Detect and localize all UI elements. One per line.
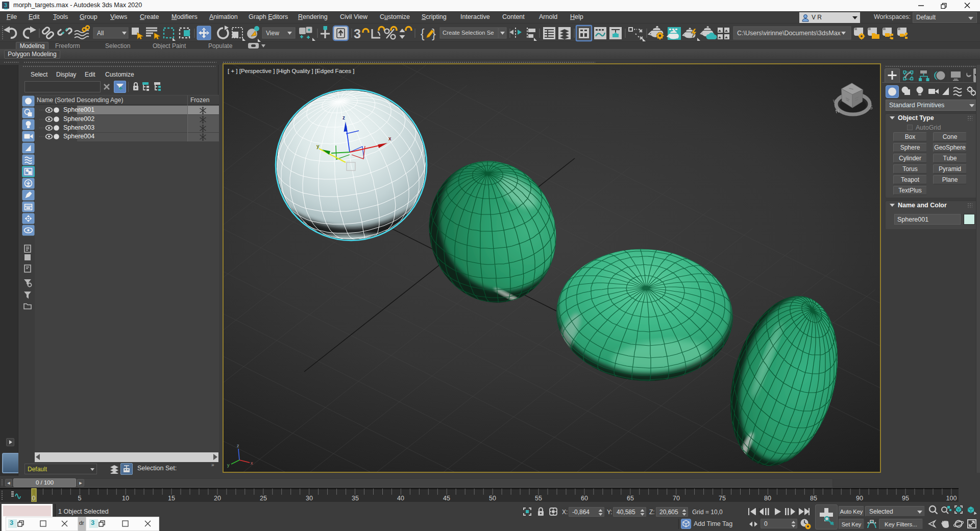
svg-text:85: 85: [810, 495, 817, 502]
svg-text:3: 3: [4, 2, 7, 8]
svg-text:20: 20: [214, 495, 221, 502]
svg-text:Create Selection Se: Create Selection Se: [443, 30, 494, 36]
svg-text:{: {: [421, 27, 425, 40]
svg-text:35: 35: [352, 495, 359, 502]
svg-text:30: 30: [306, 495, 313, 502]
svg-text:90: 90: [856, 495, 863, 502]
svg-text:80: 80: [764, 495, 771, 502]
svg-text:65: 65: [627, 495, 634, 502]
svg-text:View: View: [266, 30, 279, 37]
svg-text:70: 70: [673, 495, 680, 502]
svg-text:15: 15: [168, 495, 175, 502]
svg-text:y: y: [316, 143, 320, 149]
svg-text:100: 100: [946, 495, 957, 502]
svg-text:All: All: [97, 30, 104, 37]
svg-text:y: y: [227, 463, 230, 468]
svg-text:3: 3: [354, 27, 361, 41]
svg-text:5: 5: [78, 495, 82, 502]
svg-text:40: 40: [397, 495, 404, 502]
svg-text:x: x: [251, 461, 253, 466]
svg-text:z: z: [237, 443, 239, 448]
svg-text:95: 95: [902, 495, 909, 502]
svg-text:W: W: [833, 99, 838, 104]
svg-text:55: 55: [535, 495, 542, 502]
svg-text:C:\Users\virinne\Documents\3ds: C:\Users\virinne\Documents\3dsMax: [737, 30, 841, 37]
svg-text:z: z: [342, 115, 345, 120]
svg-text:}: }: [432, 27, 436, 40]
svg-text:45: 45: [443, 495, 450, 502]
svg-text:75: 75: [719, 495, 726, 502]
svg-text:60: 60: [581, 495, 588, 502]
svg-text:25: 25: [260, 495, 267, 502]
svg-text:50: 50: [489, 495, 496, 502]
svg-text:10: 10: [122, 495, 129, 502]
svg-text:S: S: [869, 105, 873, 110]
svg-text:0: 0: [32, 495, 36, 502]
svg-text:x: x: [388, 136, 391, 141]
